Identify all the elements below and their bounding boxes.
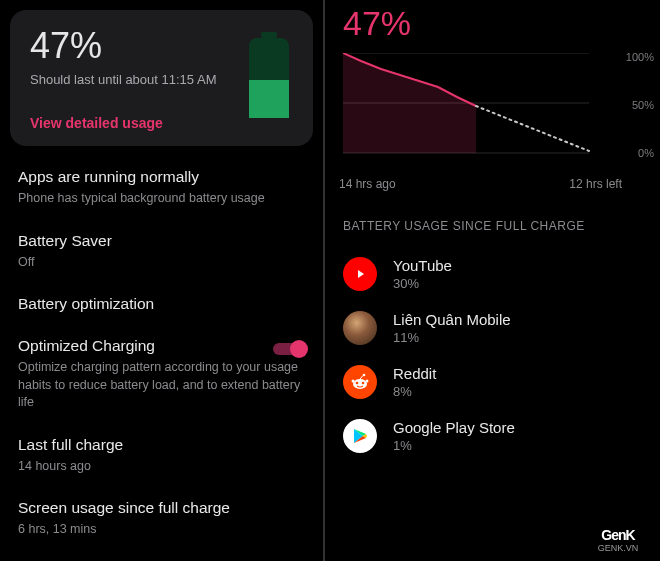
watermark: GenK GENK.VN xyxy=(582,525,654,555)
app-row-reddit[interactable]: Reddit 8% xyxy=(337,355,660,409)
view-detailed-usage-link[interactable]: View detailed usage xyxy=(30,115,163,131)
play-store-icon xyxy=(343,419,377,453)
lqm-icon xyxy=(343,311,377,345)
app-pct: 11% xyxy=(393,330,511,345)
screen-usage-row: Screen usage since full charge 6 hrs, 13… xyxy=(0,487,323,551)
battery-settings-panel: 47% Should last until about 11:15 AM Vie… xyxy=(0,0,325,561)
watermark-logo: GenK xyxy=(601,527,634,543)
row-title: Apps are running normally xyxy=(18,168,305,186)
optimized-charging-toggle[interactable] xyxy=(273,339,309,359)
app-pct: 1% xyxy=(393,438,515,453)
row-sub: 14 hours ago xyxy=(18,458,305,476)
battery-usage-panel: 47% 100% 50% 0% 14 hrs ago 12 hrs left B… xyxy=(325,0,660,561)
svg-rect-0 xyxy=(261,32,277,38)
row-title: Last full charge xyxy=(18,436,305,454)
app-pct: 30% xyxy=(393,276,452,291)
row-sub: Optimize charging pattern according to y… xyxy=(18,359,305,412)
app-name: Google Play Store xyxy=(393,419,515,436)
row-title: Screen usage since full charge xyxy=(18,499,305,517)
chart-xlabels: 14 hrs ago 12 hrs left xyxy=(337,169,660,191)
chart-ylabel-0: 0% xyxy=(638,147,654,159)
row-title: Battery optimization xyxy=(18,295,305,313)
app-name: YouTube xyxy=(393,257,452,274)
last-full-charge-row: Last full charge 14 hours ago xyxy=(0,424,323,488)
row-title: Battery Saver xyxy=(18,232,305,250)
optimized-charging-row[interactable]: Optimized Charging Optimize charging pat… xyxy=(0,325,323,424)
svg-point-9 xyxy=(356,382,359,385)
row-sub: Phone has typical background battery usa… xyxy=(18,190,305,208)
battery-saver-row[interactable]: Battery Saver Off xyxy=(0,220,323,284)
app-row-lqm[interactable]: Liên Quân Mobile 11% xyxy=(337,301,660,355)
row-title: Optimized Charging xyxy=(18,337,305,355)
chart-xlabel-left: 14 hrs ago xyxy=(339,177,396,191)
reddit-icon xyxy=(343,365,377,399)
battery-chart[interactable]: 100% 50% 0% xyxy=(343,53,652,163)
battery-icon xyxy=(245,32,293,120)
apps-status-row[interactable]: Apps are running normally Phone has typi… xyxy=(0,156,323,220)
row-sub: Off xyxy=(18,254,305,272)
usage-section-header: BATTERY USAGE SINCE FULL CHARGE xyxy=(337,191,660,247)
chart-xlabel-right: 12 hrs left xyxy=(569,177,622,191)
youtube-icon xyxy=(343,257,377,291)
chart-ylabel-50: 50% xyxy=(632,99,654,111)
app-row-youtube[interactable]: YouTube 30% xyxy=(337,247,660,301)
battery-summary-card: 47% Should last until about 11:15 AM Vie… xyxy=(10,10,313,146)
watermark-url: GENK.VN xyxy=(598,543,639,553)
svg-point-4 xyxy=(290,340,308,358)
svg-point-10 xyxy=(362,382,365,385)
app-name: Liên Quân Mobile xyxy=(393,311,511,328)
row-sub: 6 hrs, 13 mins xyxy=(18,521,305,539)
battery-percent-detail: 47% xyxy=(337,0,660,49)
battery-optimization-row[interactable]: Battery optimization xyxy=(0,283,323,325)
app-name: Reddit xyxy=(393,365,436,382)
svg-point-12 xyxy=(366,380,369,383)
app-row-play[interactable]: Google Play Store 1% xyxy=(337,409,660,463)
app-pct: 8% xyxy=(393,384,436,399)
chart-ylabel-100: 100% xyxy=(626,51,654,63)
svg-point-11 xyxy=(352,380,355,383)
